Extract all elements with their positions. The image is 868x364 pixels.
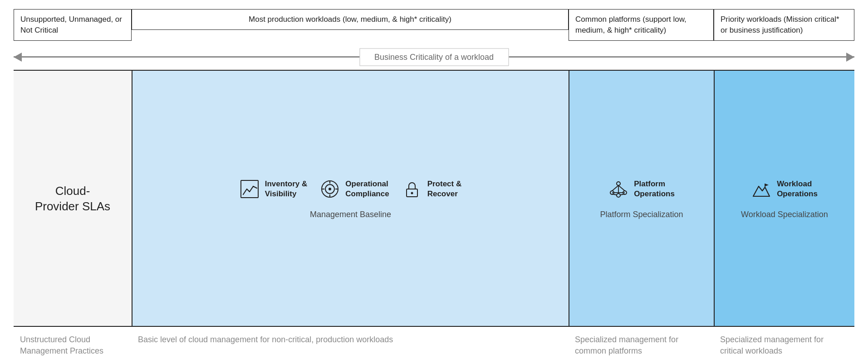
svg-line-14 (612, 185, 618, 191)
platform-operations-item: PlatformOperations (608, 179, 675, 201)
svg-point-13 (617, 194, 620, 197)
svg-point-9 (411, 192, 413, 194)
compliance-label: OperationalCompliance (345, 179, 389, 199)
diagram-wrapper: Unsupported, Unmanaged, or Not Critical … (0, 0, 868, 364)
protect-icon (402, 179, 424, 201)
top-cell-col2: Most production workloads (low, medium, … (132, 9, 569, 30)
workload-operations-item: WorkloadOperations (751, 179, 818, 201)
inventory-icon (240, 179, 261, 201)
main-row: Cloud-Provider SLAs Inventory &Visibilit… (14, 70, 854, 327)
arrow-left-icon (14, 53, 22, 62)
inventory-visibility-item: Inventory &Visibility (240, 179, 308, 201)
compliance-icon (320, 179, 342, 201)
workload-subtitle: Workload Specialization (741, 210, 828, 219)
top-col2-text: Most production workloads (low, medium, … (249, 14, 451, 25)
bottom-col2-text: Basic level of cloud management for non-… (138, 335, 393, 344)
bottom-col1-text: Unstructured Cloud Management Practices (20, 335, 103, 355)
platform-subtitle: Platform Specialization (600, 210, 683, 219)
bottom-cell-col1: Unstructured Cloud Management Practices (14, 331, 132, 359)
arrow-label-text: Business Criticality of a workload (374, 52, 494, 61)
workload-icons-row: WorkloadOperations (721, 179, 848, 201)
main-col-platform: PlatformOperations Platform Specializati… (569, 71, 714, 326)
main-col-workload: WorkloadOperations Workload Specializati… (714, 71, 854, 326)
protect-recover-item: Protect &Recover (402, 179, 462, 201)
operational-compliance-item: OperationalCompliance (320, 179, 389, 201)
svg-point-3 (329, 188, 331, 190)
svg-line-15 (618, 185, 625, 191)
arrow-row: Business Criticality of a workload (14, 44, 854, 70)
protect-label: Protect &Recover (427, 179, 462, 199)
main-col-sla: Cloud-Provider SLAs (14, 71, 132, 326)
arrow-label-box: Business Criticality of a workload (359, 48, 509, 66)
bottom-row: Unstructured Cloud Management Practices … (14, 331, 854, 359)
top-col4-text: Priority workloads (Mission critical* or… (721, 14, 848, 36)
inventory-label: Inventory &Visibility (265, 179, 308, 199)
svg-point-10 (617, 182, 620, 185)
top-cell-col4: Priority workloads (Mission critical* or… (714, 9, 854, 41)
bottom-col3-text: Specialized management for common platfo… (575, 335, 678, 355)
svg-rect-0 (241, 180, 258, 198)
baseline-icons-row: Inventory &Visibility (139, 179, 562, 201)
platform-ops-label: PlatformOperations (634, 179, 675, 199)
top-col3-text: Common platforms (support low, medium, &… (575, 14, 707, 36)
top-row: Unsupported, Unmanaged, or Not Critical … (14, 9, 854, 41)
baseline-subtitle: Management Baseline (310, 210, 391, 219)
platform-icons-row: PlatformOperations (576, 179, 707, 201)
arrow-right-icon (846, 53, 854, 62)
bottom-col4-text: Specialized management for critical work… (720, 335, 824, 355)
top-cell-col1: Unsupported, Unmanaged, or Not Critical (14, 9, 132, 41)
bottom-cell-col4: Specialized management for critical work… (714, 331, 854, 359)
bottom-cell-col2: Basic level of cloud management for non-… (132, 331, 569, 359)
svg-marker-22 (765, 184, 769, 186)
workload-ops-label: WorkloadOperations (777, 179, 818, 199)
top-cell-col3: Common platforms (support low, medium, &… (569, 9, 714, 41)
sla-title: Cloud-Provider SLAs (35, 184, 110, 214)
workload-icon (751, 179, 773, 201)
platform-icon (608, 179, 630, 201)
main-col-baseline: Inventory &Visibility (132, 71, 569, 326)
top-col1-text: Unsupported, Unmanaged, or Not Critical (20, 14, 125, 36)
bottom-cell-col3: Specialized management for common platfo… (569, 331, 714, 359)
